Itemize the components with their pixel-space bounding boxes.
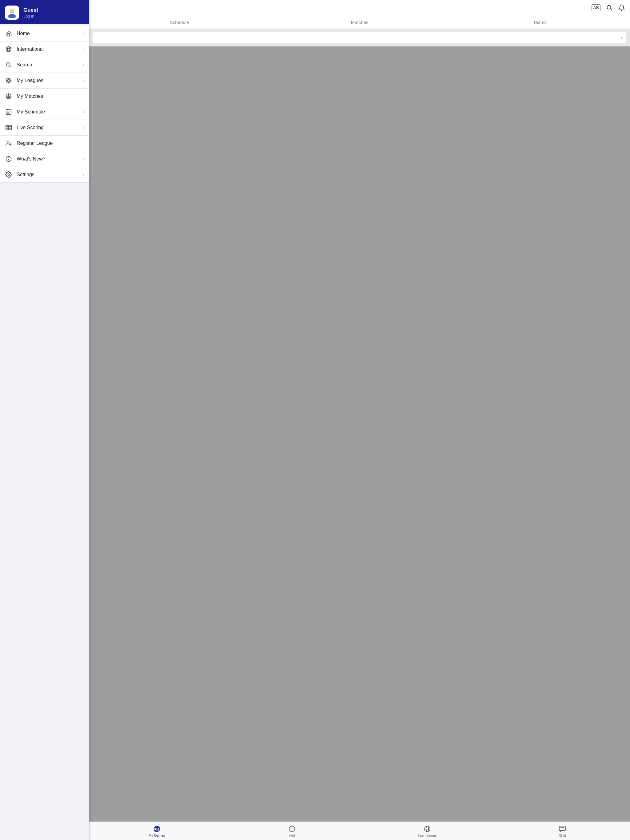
tabs-bar: Schedule Matches Teams: [89, 15, 630, 29]
sidebar-item-my-leagues-label: My Leagues: [17, 78, 78, 83]
notification-icon[interactable]: [618, 4, 625, 11]
svg-line-52: [157, 826, 158, 832]
sidebar-item-international[interactable]: International ›: [0, 41, 89, 57]
sidebar-item-my-schedule[interactable]: My Schedule ›: [0, 104, 89, 120]
chevron-right-icon: ›: [83, 156, 84, 162]
svg-line-51: [156, 826, 156, 832]
ab-icon[interactable]: AB: [592, 4, 600, 11]
bottom-tab-chat[interactable]: Chat: [495, 822, 630, 840]
leagues-icon: [5, 77, 12, 84]
chevron-right-icon: ›: [83, 125, 84, 130]
svg-line-46: [610, 9, 612, 10]
sidebar-item-register-league-label: Register League: [17, 141, 78, 146]
svg-point-8: [6, 63, 10, 66]
sidebar-item-my-schedule-label: My Schedule: [17, 109, 78, 115]
svg-point-5: [7, 47, 9, 52]
content-area: [89, 46, 630, 821]
chat-icon: [559, 825, 566, 833]
sidebar-item-home[interactable]: Home ›: [0, 26, 89, 41]
sidebar-item-search-label: Search: [17, 62, 78, 68]
sidebar-item-my-matches-label: My Matches: [17, 93, 78, 99]
bottom-tab-my-games-label: My Games: [149, 834, 165, 837]
sidebar-item-live-scoring[interactable]: Live Scoring ›: [0, 120, 89, 136]
bottom-tab-add-label: Add: [289, 834, 295, 837]
gear-icon: [5, 171, 12, 178]
globe-icon: [5, 46, 12, 53]
search-bar-arrow: ›: [621, 35, 623, 41]
sidebar: Guest Log in Home ›: [0, 0, 89, 840]
info-icon: [5, 155, 12, 163]
search-header-icon[interactable]: [606, 4, 613, 11]
svg-point-2: [10, 9, 14, 13]
register-icon: [5, 140, 12, 147]
header-icons: AB: [592, 4, 625, 11]
chevron-right-icon: ›: [83, 62, 84, 68]
svg-point-11: [7, 79, 9, 82]
sidebar-item-register-league[interactable]: Register League ›: [0, 136, 89, 151]
user-info: Guest Log in: [24, 7, 38, 19]
bottom-tab-chat-label: Chat: [559, 834, 566, 837]
sidebar-item-international-label: International: [17, 46, 78, 52]
schedule-icon: [5, 108, 12, 115]
chevron-right-icon: ›: [83, 78, 84, 83]
search-icon: [5, 61, 12, 69]
svg-point-45: [607, 6, 611, 9]
chevron-right-icon: ›: [83, 46, 84, 52]
chevron-right-icon: ›: [83, 93, 84, 99]
svg-point-57: [424, 826, 430, 832]
bottom-tab-my-games[interactable]: My Games: [89, 822, 225, 840]
sidebar-item-settings[interactable]: Settings ›: [0, 167, 89, 183]
sidebar-item-settings-label: Settings: [17, 172, 78, 177]
chevron-right-icon: ›: [83, 31, 84, 36]
svg-point-44: [8, 174, 9, 175]
svg-point-58: [426, 826, 429, 832]
bottom-tab-add[interactable]: Add: [225, 822, 360, 840]
add-icon: [288, 825, 296, 833]
sidebar-item-whats-new-label: What's New?: [17, 156, 78, 162]
tab-schedule[interactable]: Schedule: [89, 15, 269, 28]
main-content: AB Schedule Matches Teams ›: [89, 0, 630, 840]
svg-point-43: [8, 158, 9, 158]
avatar: [5, 6, 19, 20]
sidebar-item-home-label: Home: [17, 31, 78, 36]
my-games-icon: [153, 825, 161, 833]
chevron-right-icon: ›: [83, 172, 84, 177]
sidebar-header: Guest Log in: [0, 0, 89, 24]
bottom-tab-international[interactable]: International: [359, 822, 495, 840]
svg-point-4: [6, 47, 11, 52]
chevron-right-icon: ›: [83, 141, 84, 146]
home-icon: [5, 30, 12, 37]
nav-list: Home › International ›: [0, 24, 89, 840]
search-area: ›: [89, 29, 630, 46]
svg-line-9: [9, 66, 11, 67]
sidebar-item-my-leagues[interactable]: My Leagues ›: [0, 73, 89, 88]
svg-line-21: [9, 94, 9, 99]
user-name: Guest: [24, 7, 38, 13]
tab-teams[interactable]: Teams: [450, 15, 630, 28]
tab-matches[interactable]: Matches: [269, 15, 450, 28]
matches-icon: [5, 93, 12, 100]
sidebar-item-search[interactable]: Search ›: [0, 57, 89, 73]
sidebar-item-my-matches[interactable]: My Matches ›: [0, 88, 89, 104]
sidebar-item-live-scoring-label: Live Scoring: [17, 125, 78, 130]
international-icon: [424, 825, 431, 833]
scoring-icon: [5, 124, 12, 131]
main-header: AB: [89, 0, 630, 15]
search-bar[interactable]: ›: [93, 32, 626, 43]
bottom-tab-international-label: International: [418, 834, 437, 837]
login-link[interactable]: Log in: [24, 14, 38, 19]
svg-point-37: [7, 141, 9, 143]
sidebar-item-whats-new[interactable]: What's New? ›: [0, 151, 89, 167]
bottom-tab-bar: My Games Add Internationa: [89, 821, 630, 840]
svg-rect-61: [559, 826, 565, 831]
chevron-right-icon: ›: [83, 109, 84, 115]
